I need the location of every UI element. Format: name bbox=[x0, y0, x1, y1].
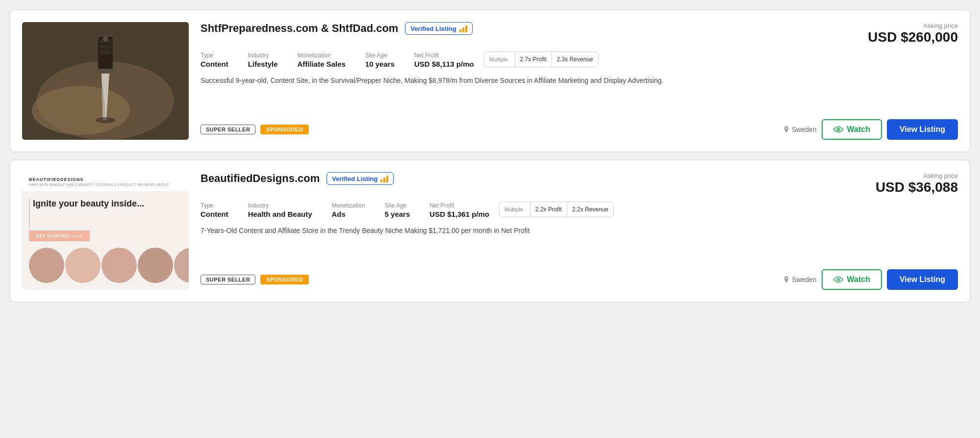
description-2: 7-Years-Old Content and Affiliate Store … bbox=[201, 225, 958, 236]
beauty-nav: HAIR SKIN MAKEUP NAILS BEAUTY TUTORIALS … bbox=[29, 183, 182, 186]
face-1 bbox=[29, 248, 64, 283]
meta-net-profit-1: Net Profit USD $8,113 p/mo bbox=[414, 52, 474, 68]
view-listing-button-1[interactable]: View Listing bbox=[887, 119, 958, 140]
listing-card-2: BEAUTIFIEDDESIGNS HAIR SKIN MAKEUP NAILS… bbox=[10, 160, 970, 302]
verified-badge-2: Verified Listing bbox=[327, 172, 394, 185]
sponsored-badge-2: SPONSORED bbox=[260, 275, 309, 284]
eye-icon-2 bbox=[833, 276, 843, 283]
meta-row-2: Type Content Industry Health and Beauty … bbox=[201, 200, 958, 218]
meta-site-age-2: Site Age 5 years bbox=[385, 202, 410, 218]
listing-title-2: BeautifiedDesigns.com bbox=[201, 172, 320, 185]
asking-price-value-2: USD $36,088 bbox=[876, 180, 958, 195]
verified-badge-1: Verified Listing bbox=[405, 22, 472, 35]
location-1: Sweden bbox=[783, 126, 817, 133]
asking-price-block-2: Asking price USD $36,088 bbox=[876, 172, 958, 195]
svg-rect-8 bbox=[95, 69, 116, 74]
sponsored-badge-1: SPONSORED bbox=[260, 125, 309, 134]
view-listing-button-2[interactable]: View Listing bbox=[887, 269, 958, 290]
eye-icon-1 bbox=[833, 126, 843, 133]
meta-monetization-1: Monetization Affiliate Sales bbox=[298, 52, 346, 68]
multiple-badges-1: Multiple 2.7x Profit 2.3x Revenue bbox=[484, 52, 599, 67]
meta-monetization-2: Monetization Ads bbox=[332, 202, 365, 218]
asking-price-value-1: USD $260,000 bbox=[868, 29, 958, 45]
meta-net-profit-2: Net Profit USD $1,361 p/mo bbox=[429, 202, 489, 218]
svg-point-14 bbox=[837, 129, 839, 130]
watch-button-2[interactable]: Watch bbox=[822, 269, 882, 290]
watch-button-1[interactable]: Watch bbox=[822, 119, 882, 140]
listing-header-2: BeautifiedDesigns.com Verified Listing bbox=[201, 172, 869, 185]
face-2 bbox=[65, 248, 101, 283]
beauty-headline: Ignite your beauty inside... bbox=[33, 199, 144, 209]
meta-type-2: Type Content bbox=[201, 202, 228, 218]
svg-point-7 bbox=[103, 36, 108, 41]
multiple-profit-1: 2.7x Profit bbox=[515, 52, 552, 67]
listing-footer-1: SUPER SELLER SPONSORED Sweden Watch View… bbox=[201, 116, 958, 140]
svg-rect-5 bbox=[100, 45, 111, 49]
bar-chart-icon-1 bbox=[459, 25, 467, 32]
meta-items-2: Type Content Industry Health and Beauty … bbox=[201, 202, 489, 218]
super-seller-badge-2: SUPER SELLER bbox=[201, 275, 255, 284]
super-seller-badge-1: SUPER SELLER bbox=[201, 125, 255, 134]
bar-chart-icon-2 bbox=[380, 175, 388, 182]
meta-type-1: Type Content bbox=[201, 52, 228, 68]
asking-price-label-2: Asking price bbox=[876, 172, 958, 180]
svg-rect-6 bbox=[100, 50, 111, 54]
multiple-profit-2: 2.2x Profit bbox=[530, 202, 567, 217]
location-icon-2 bbox=[783, 276, 790, 283]
meta-site-age-1: Site Age 10 years bbox=[365, 52, 395, 68]
description-1: Successful 9-year-old, Content Site, in … bbox=[201, 75, 958, 86]
listing-title-1: ShtfPreparedness.com & ShtfDad.com bbox=[201, 22, 398, 35]
listing-image-1 bbox=[22, 22, 189, 140]
asking-price-label-1: Asking price bbox=[868, 22, 958, 29]
listing-image-2: BEAUTIFIEDDESIGNS HAIR SKIN MAKEUP NAILS… bbox=[22, 172, 189, 290]
multiple-label-2: Multiple bbox=[500, 202, 530, 217]
listing-footer-2: SUPER SELLER SPONSORED Sweden Watch View… bbox=[201, 266, 958, 290]
asking-price-block-1: Asking price USD $260,000 bbox=[868, 22, 958, 45]
multiple-badges-2: Multiple 2.2x Profit 2.2x Revenue bbox=[499, 202, 614, 217]
meta-row-1: Type Content Industry Lifestyle Monetiza… bbox=[201, 50, 958, 68]
svg-point-12 bbox=[96, 117, 115, 123]
multiple-revenue-2: 2.2x Revenue bbox=[567, 202, 613, 217]
meta-industry-2: Industry Health and Beauty bbox=[248, 202, 312, 218]
face-4 bbox=[138, 248, 173, 283]
listing-info-1: ShtfPreparedness.com & ShtfDad.com Verif… bbox=[201, 22, 958, 140]
meta-industry-1: Industry Lifestyle bbox=[248, 52, 278, 68]
meta-items-1: Type Content Industry Lifestyle Monetiza… bbox=[201, 52, 474, 68]
svg-point-2 bbox=[32, 86, 130, 135]
beauty-brand: BEAUTIFIEDDESIGNS bbox=[29, 177, 182, 182]
beauty-content: Ignite your beauty inside... GET STARTED… bbox=[22, 192, 189, 290]
face-5 bbox=[174, 248, 189, 283]
svg-point-16 bbox=[837, 279, 839, 281]
beauty-cta: GET STARTED ——> bbox=[29, 231, 90, 241]
location-icon-1 bbox=[783, 126, 790, 133]
multiple-label-1: Multiple bbox=[484, 52, 515, 67]
face-3 bbox=[101, 248, 137, 283]
knife-illustration bbox=[22, 22, 189, 140]
location-2: Sweden bbox=[783, 276, 817, 283]
listing-card-1: ShtfPreparedness.com & ShtfDad.com Verif… bbox=[10, 10, 970, 152]
beauty-faces bbox=[29, 248, 182, 283]
beauty-top: BEAUTIFIEDDESIGNS HAIR SKIN MAKEUP NAILS… bbox=[22, 172, 189, 192]
listing-header-1: ShtfPreparedness.com & ShtfDad.com Verif… bbox=[201, 22, 861, 35]
multiple-revenue-1: 2.3x Revenue bbox=[552, 52, 598, 67]
listing-info-2: BeautifiedDesigns.com Verified Listing A… bbox=[201, 172, 958, 290]
